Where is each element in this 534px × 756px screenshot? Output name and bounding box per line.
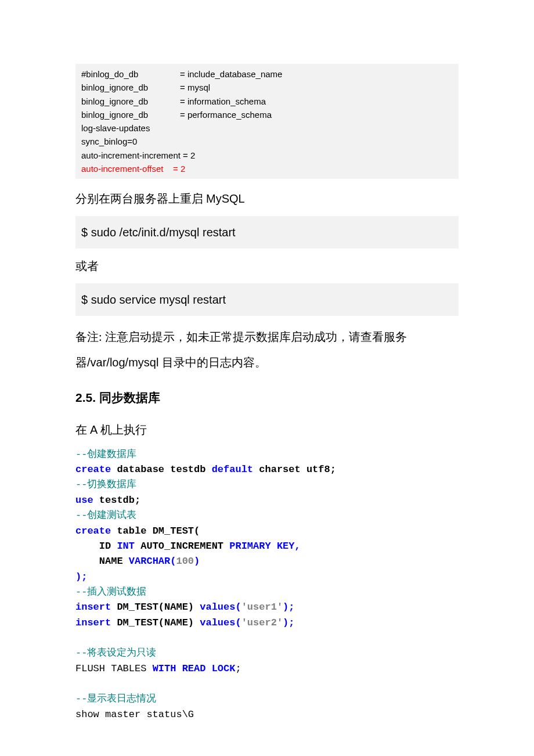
- sql-code-block: --创建数据库 create database testdb default c…: [75, 447, 459, 722]
- code-line: [75, 631, 459, 646]
- config-line-5: log-slave-updates: [81, 121, 453, 135]
- code-line: ID INT AUTO_INCREMENT PRIMARY KEY,: [75, 539, 459, 554]
- code-line: FLUSH TABLES WITH READ LOCK;: [75, 661, 459, 676]
- config-line-4: binlog_ignore_db= performance_schema: [81, 108, 453, 121]
- config-block: #binlog_do_db= include_database_name bin…: [75, 64, 459, 179]
- code-line: --插入测试数据: [75, 585, 459, 600]
- code-line: --将表设定为只读: [75, 646, 459, 661]
- paragraph-or: 或者: [75, 254, 459, 278]
- paragraph-restart: 分别在两台服务器上重启 MySQL: [75, 187, 459, 210]
- config-line-8: auto-increment-offset= 2: [81, 162, 453, 175]
- config-line-6: sync_binlog=0: [81, 135, 453, 148]
- code-line: create table DM_TEST(: [75, 524, 459, 539]
- code-line: --创建测试表: [75, 508, 459, 523]
- code-line: show master status\G: [75, 707, 459, 722]
- paragraph-exec-on-a: 在 A 机上执行: [75, 418, 459, 441]
- config-line-3: binlog_ignore_db= information_schema: [81, 95, 453, 108]
- config-line-7: auto-increment-increment = 2: [81, 149, 453, 162]
- config-line-2: binlog_ignore_db= mysql: [81, 81, 453, 94]
- config-line-1: #binlog_do_db= include_database_name: [81, 67, 453, 81]
- code-line: --创建数据库: [75, 447, 459, 462]
- code-line: NAME VARCHAR(100): [75, 554, 459, 569]
- code-line: insert DM_TEST(NAME) values('user2');: [75, 615, 459, 631]
- command-box-2: $ sudo service mysql restart: [75, 283, 459, 316]
- code-line: --切换数据库: [75, 477, 459, 492]
- code-line: --显示表日志情况: [75, 692, 459, 707]
- code-line: create database testdb default charset u…: [75, 462, 459, 477]
- section-heading-2-5: 2.5. 同步数据库: [75, 387, 459, 409]
- code-line: insert DM_TEST(NAME) values('user1');: [75, 600, 459, 615]
- code-line: [75, 676, 459, 692]
- code-line: );: [75, 570, 459, 585]
- note-paragraph: 备注: 注意启动提示，如未正常提示数据库启动成功，请查看服务器/var/log/…: [75, 324, 459, 375]
- command-box-1: $ sudo /etc/init.d/mysql restart: [75, 216, 459, 249]
- code-line: use testdb;: [75, 493, 459, 508]
